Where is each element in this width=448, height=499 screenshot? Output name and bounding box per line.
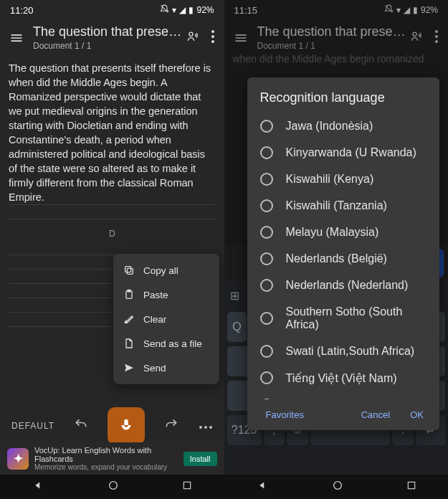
radio-icon: [260, 312, 273, 325]
radio-icon: [260, 120, 273, 133]
radio-icon: [260, 226, 273, 239]
radio-icon: [260, 371, 273, 384]
language-option[interactable]: Kiswahili (Kenya): [247, 166, 440, 192]
language-label: Tsonga (South Africa): [286, 399, 396, 400]
voice-icon[interactable]: [186, 29, 200, 47]
dialog-title: Recognition language: [247, 87, 440, 113]
svg-point-17: [333, 482, 341, 490]
radio-icon: [260, 199, 273, 212]
language-label: Southern Sotho (South Africa): [286, 305, 427, 331]
svg-point-1: [211, 30, 214, 33]
ctx-send-as-file[interactable]: Send as a file: [113, 331, 219, 356]
language-label: Nederlands (Nederland): [286, 279, 409, 292]
install-button[interactable]: Install: [184, 452, 217, 466]
language-label: Kiswahili (Kenya): [286, 173, 374, 186]
radio-icon: [260, 345, 273, 358]
nav-back-icon[interactable]: [256, 479, 269, 495]
wifi-icon: ▾: [172, 5, 176, 15]
svg-point-8: [199, 426, 202, 429]
language-option[interactable]: Kiswahili (Tanzania): [247, 192, 440, 219]
context-menu: Copy all Paste Clear Send as a file Send: [113, 254, 219, 384]
language-option[interactable]: Nederlands (Nederland): [247, 272, 440, 298]
nav-bar: [224, 475, 449, 499]
svg-rect-4: [127, 268, 133, 274]
ok-button[interactable]: OK: [410, 409, 424, 420]
nav-home-icon[interactable]: [332, 480, 343, 494]
ad-banner[interactable]: ✦ VocUp: Learn English Words with Flashc…: [0, 442, 224, 475]
clock: 11:20: [10, 5, 34, 16]
more-horizontal-icon[interactable]: [199, 419, 213, 432]
ctx-send[interactable]: Send: [113, 356, 219, 380]
mic-button[interactable]: [108, 407, 145, 445]
language-option[interactable]: Jawa (Indonèsia): [247, 113, 440, 139]
extra-status: D: [9, 227, 216, 241]
language-option[interactable]: Melayu (Malaysia): [247, 219, 440, 245]
svg-point-9: [204, 426, 207, 429]
ctx-paste[interactable]: Paste: [113, 282, 219, 307]
svg-point-10: [209, 426, 212, 429]
svg-point-3: [211, 40, 214, 43]
nav-recent-icon[interactable]: [182, 480, 192, 493]
language-option[interactable]: Southern Sotho (South Africa): [247, 298, 440, 338]
radio-icon: [260, 279, 273, 292]
language-option[interactable]: Nederlands (België): [247, 245, 440, 272]
body-text: The question that presents itself theref…: [9, 61, 216, 205]
dnd-icon: [160, 4, 169, 16]
language-label: Nederlands (België): [286, 252, 387, 265]
status-bar: 11:20 ▾ ◢ ▮ 92%: [0, 0, 224, 20]
language-option[interactable]: Kinyarwanda (U Rwanda): [247, 139, 440, 166]
right-screen: 11:15 ▾ ◢ ▮ 92% The question that presen…: [224, 0, 449, 499]
language-dialog: Recognition language Jawa (Indonèsia)Kin…: [247, 77, 440, 430]
more-icon[interactable]: [211, 30, 214, 46]
svg-point-0: [189, 32, 193, 36]
language-label: Kinyarwanda (U Rwanda): [286, 146, 416, 159]
language-label: Tiếng Việt (Việt Nam): [286, 371, 397, 385]
radio-icon: [260, 252, 273, 265]
cancel-button[interactable]: Cancel: [361, 409, 390, 420]
svg-rect-12: [184, 482, 191, 488]
ad-app-icon: ✦: [7, 448, 29, 470]
radio-icon: [260, 146, 273, 159]
language-label: Melayu (Malaysia): [286, 226, 379, 239]
dialog-actions: Favorites Cancel OK: [247, 399, 440, 423]
svg-point-2: [211, 35, 214, 38]
ad-text: VocUp: Learn English Words with Flashcar…: [34, 446, 178, 471]
hamburger-icon[interactable]: [7, 31, 26, 45]
doc-title: The question that presen...: [33, 24, 183, 39]
language-label: Jawa (Indonèsia): [286, 120, 373, 133]
ctx-clear[interactable]: Clear: [113, 307, 219, 331]
nav-bar: [0, 475, 224, 499]
nav-home-icon[interactable]: [108, 480, 119, 494]
battery-icon: ▮: [189, 5, 194, 15]
favorites-button[interactable]: Favorites: [266, 409, 304, 420]
svg-point-11: [110, 482, 118, 490]
language-label: Kiswahili (Tanzania): [286, 199, 387, 212]
nav-back-icon[interactable]: [32, 479, 44, 495]
undo-icon[interactable]: [74, 417, 88, 434]
svg-rect-5: [125, 267, 131, 272]
battery-text: 92%: [196, 5, 214, 15]
language-option[interactable]: Tsonga (South Africa): [247, 391, 440, 399]
app-bar: The question that presen... Document 1 /…: [0, 20, 224, 54]
ctx-copy-all[interactable]: Copy all: [113, 258, 219, 282]
redo-icon[interactable]: [164, 417, 178, 434]
signal-icon: ◢: [179, 5, 186, 15]
language-option[interactable]: Tiếng Việt (Việt Nam): [247, 364, 440, 391]
svg-rect-18: [408, 482, 414, 488]
status-icons: ▾ ◢ ▮ 92%: [160, 4, 214, 16]
language-label: Swati (Latin,South Africa): [286, 345, 415, 358]
radio-icon: [260, 173, 273, 186]
language-list[interactable]: Jawa (Indonèsia)Kinyarwanda (U Rwanda)Ki…: [247, 113, 440, 399]
title-area: The question that presen... Document 1 /…: [26, 24, 183, 51]
doc-subtitle: Document 1 / 1: [33, 41, 183, 51]
bottom-label[interactable]: DEFAULT: [11, 421, 54, 431]
nav-recent-icon[interactable]: [406, 480, 416, 493]
left-screen: 11:20 ▾ ◢ ▮ 92% The question that presen…: [0, 0, 224, 499]
language-option[interactable]: Swati (Latin,South Africa): [247, 338, 440, 364]
